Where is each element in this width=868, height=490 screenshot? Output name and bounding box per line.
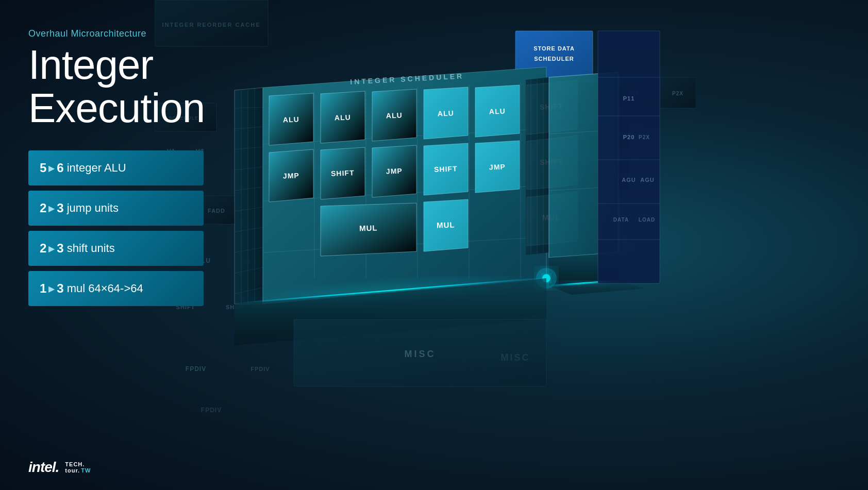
jump-new-count: 3 bbox=[57, 201, 63, 215]
svg-text:SHIFT: SHIFT bbox=[434, 164, 458, 174]
alu-new-count: 6 bbox=[57, 161, 63, 175]
svg-text:JMP: JMP bbox=[283, 171, 299, 180]
svg-text:ALU: ALU bbox=[386, 111, 403, 120]
svg-text:MUL: MUL bbox=[359, 223, 378, 232]
mul-desc: mul 64×64->64 bbox=[67, 282, 143, 295]
jump-arrow: ▶ bbox=[48, 204, 55, 213]
svg-text:DATA: DATA bbox=[613, 217, 629, 223]
main-title: Integer Execution bbox=[28, 43, 204, 130]
feature-card-mul: 1 ▶ 3 mul 64×64->64 bbox=[28, 271, 204, 306]
feature-card-shift: 2 ▶ 3 shift units bbox=[28, 231, 204, 266]
svg-text:ALU: ALU bbox=[489, 107, 506, 115]
subtitle: Overhaul Microarchitecture bbox=[28, 28, 204, 39]
tour-text: tour. bbox=[65, 467, 80, 474]
svg-text:ALU: ALU bbox=[438, 109, 454, 117]
svg-text:STORE DATA: STORE DATA bbox=[533, 45, 575, 52]
title-line1: Integer bbox=[28, 42, 153, 88]
svg-text:LOAD: LOAD bbox=[639, 217, 655, 223]
svg-text:FPDIV: FPDIV bbox=[251, 366, 270, 372]
alu-old-count: 5 bbox=[40, 161, 46, 175]
svg-text:MUL: MUL bbox=[437, 220, 455, 229]
svg-text:JMP: JMP bbox=[386, 166, 403, 175]
svg-text:SCHEDULER: SCHEDULER bbox=[534, 56, 574, 62]
svg-text:P2X: P2X bbox=[639, 134, 650, 140]
title-line2: Execution bbox=[28, 85, 205, 131]
mul-new-count: 3 bbox=[57, 281, 63, 296]
svg-marker-33 bbox=[235, 88, 263, 304]
jump-old-count: 2 bbox=[40, 201, 46, 215]
shift-new-count: 3 bbox=[57, 241, 63, 256]
mul-old-count: 1 bbox=[40, 281, 46, 296]
alu-arrow: ▶ bbox=[48, 163, 55, 173]
shift-arrow: ▶ bbox=[48, 244, 55, 254]
svg-text:P2X: P2X bbox=[672, 91, 683, 96]
intel-logo-text: intel. bbox=[28, 459, 59, 476]
svg-text:P20: P20 bbox=[623, 134, 635, 140]
shift-old-count: 2 bbox=[40, 241, 46, 256]
tw-text: TW bbox=[81, 467, 91, 474]
svg-text:SHIFT: SHIFT bbox=[331, 168, 355, 178]
left-panel: Overhaul Microarchitecture Integer Execu… bbox=[0, 0, 232, 490]
svg-text:AGU: AGU bbox=[640, 177, 654, 183]
svg-text:JMP: JMP bbox=[489, 162, 506, 171]
svg-text:ALU: ALU bbox=[283, 115, 299, 124]
svg-text:P11: P11 bbox=[623, 95, 635, 102]
chip-visualization: INTEGER REORDER CACHE P11 P20 P2X AGU AG… bbox=[155, 0, 696, 490]
jump-desc: jump units bbox=[67, 201, 119, 215]
shift-desc: shift units bbox=[67, 242, 115, 255]
bottom-logo: intel. TECH. tour. TW bbox=[28, 459, 91, 476]
svg-text:MISC: MISC bbox=[405, 349, 436, 359]
feature-card-alu: 5 ▶ 6 integer ALU bbox=[28, 150, 204, 185]
mul-arrow: ▶ bbox=[48, 284, 55, 294]
alu-desc: integer ALU bbox=[67, 161, 126, 175]
tech-text: TECH. bbox=[65, 461, 91, 467]
feature-cards: 5 ▶ 6 integer ALU 2 ▶ 3 jump units 2 ▶ 3… bbox=[28, 150, 204, 306]
svg-text:AGU: AGU bbox=[622, 177, 636, 183]
svg-text:ALU: ALU bbox=[335, 113, 351, 122]
tech-tour-logo: TECH. tour. TW bbox=[65, 461, 91, 474]
feature-card-jump: 2 ▶ 3 jump units bbox=[28, 191, 204, 226]
svg-rect-106 bbox=[598, 31, 660, 283]
